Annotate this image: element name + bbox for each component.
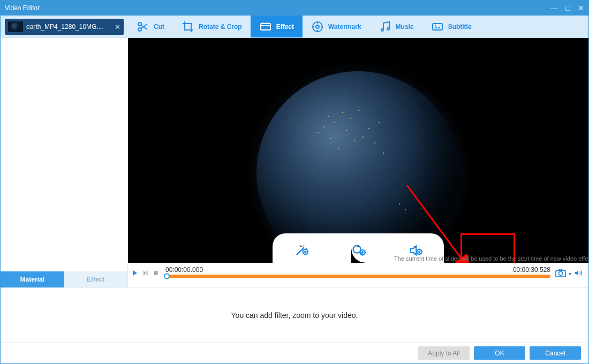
file-name: earth_MP4_1280_10MG....	[26, 23, 111, 31]
volume-toggle-icon[interactable]	[573, 269, 583, 279]
svg-marker-15	[144, 270, 146, 275]
file-close-icon[interactable]: ✕	[115, 23, 120, 31]
svg-point-19	[558, 271, 562, 275]
timecode-total: 00:00:30.528	[513, 266, 550, 274]
file-tab-area: earth_MP4_1280_10MG.... ✕	[1, 16, 128, 38]
tab-watermark[interactable]: Watermark	[303, 16, 370, 37]
footer-buttons: Apply to All OK Cancel	[1, 342, 588, 363]
svg-point-6	[387, 28, 389, 30]
sidebar-tabs: Material Effect	[1, 271, 127, 287]
file-tab[interactable]: earth_MP4_1280_10MG.... ✕	[5, 19, 124, 35]
tab-rotate-crop-label: Rotate & Crop	[199, 23, 242, 31]
timeline[interactable]: 00:00:00.000 00:00:30.528	[165, 266, 550, 281]
chevron-down-icon: ⌄	[356, 242, 360, 249]
sidebar-tab-effect[interactable]: Effect	[64, 271, 128, 287]
sidebar-tab-material[interactable]: Material	[1, 271, 64, 287]
svg-rect-7	[433, 24, 442, 30]
tab-rotate-crop[interactable]: Rotate & Crop	[173, 16, 251, 37]
svg-point-5	[381, 29, 383, 31]
tab-subtitle[interactable]: Subtitle	[422, 16, 480, 37]
tab-watermark-label: Watermark	[328, 23, 361, 31]
svg-marker-14	[133, 270, 137, 276]
tab-music[interactable]: Music	[370, 16, 422, 37]
timeline-row: 00:00:00.000 00:00:30.528 ▾	[128, 263, 588, 282]
add-filter-button[interactable]: ⌄	[285, 243, 317, 260]
top-row: earth_MP4_1280_10MG.... ✕ Cut Rotate & C…	[1, 16, 588, 38]
crop-icon	[182, 20, 194, 33]
video-preview[interactable]: ⌄ ⌄ ⌄ Add Zoom Effect The current time o…	[128, 38, 588, 263]
sidebar-content	[1, 38, 127, 271]
svg-rect-17	[154, 271, 158, 275]
file-thumbnail-icon	[8, 21, 23, 32]
svg-rect-16	[147, 270, 148, 275]
scissors-icon	[137, 20, 149, 33]
window-title: Video Editor	[5, 4, 40, 12]
tab-effect[interactable]: Effect	[251, 16, 303, 37]
subtitle-icon	[431, 20, 444, 33]
stage: ⌄ ⌄ ⌄ Add Zoom Effect The current time o…	[128, 38, 588, 287]
svg-line-9	[407, 185, 469, 263]
main-row: Material Effect	[1, 38, 588, 287]
step-forward-icon[interactable]	[142, 269, 149, 278]
add-zoom-button[interactable]: ⌄	[342, 243, 374, 260]
effect-icon	[259, 20, 272, 33]
music-icon	[379, 20, 391, 33]
close-icon[interactable]: ✕	[578, 4, 584, 12]
playback-controls	[131, 269, 161, 278]
watermark-icon	[311, 20, 324, 33]
bottom-panel: You can add filter, zoom to your video. …	[1, 287, 588, 363]
timecode-current: 00:00:00.000	[165, 266, 203, 274]
snapshot-chevron-icon[interactable]: ▾	[569, 271, 571, 277]
chevron-down-icon: ⌄	[299, 242, 304, 249]
minimize-icon[interactable]: —	[551, 4, 558, 12]
main-toolbar: Cut Rotate & Crop Effect Watermark	[128, 16, 588, 38]
snapshot-icon[interactable]	[555, 268, 567, 279]
titlebar: Video Editor — □ ✕	[1, 1, 588, 16]
bottom-message: You can add filter, zoom to your video.	[1, 288, 588, 342]
svg-point-0	[138, 22, 141, 26]
preview-tools: ▾	[555, 268, 583, 279]
timeline-track[interactable]	[165, 275, 550, 278]
tab-effect-label: Effect	[276, 23, 294, 31]
svg-point-1	[138, 28, 141, 31]
tab-music-label: Music	[396, 23, 414, 31]
action-bar-hint: The current time of slider will be used …	[390, 255, 588, 262]
window-controls: — □ ✕	[551, 4, 584, 12]
play-icon[interactable]	[131, 269, 139, 278]
stop-icon[interactable]	[153, 270, 159, 278]
apply-to-all-button[interactable]: Apply to All	[418, 346, 470, 360]
tab-subtitle-label: Subtitle	[448, 23, 472, 31]
sidebar: Material Effect	[1, 38, 128, 287]
app-window: Video Editor — □ ✕ earth_MP4_1280_10MG..…	[0, 0, 589, 364]
cancel-button[interactable]: Cancel	[530, 346, 581, 360]
timeline-times: 00:00:00.000 00:00:30.528	[165, 266, 550, 274]
tab-cut[interactable]: Cut	[128, 16, 173, 37]
tab-cut-label: Cut	[154, 23, 164, 31]
svg-rect-2	[261, 24, 270, 30]
timeline-knob[interactable]	[164, 274, 170, 279]
ok-button[interactable]: OK	[474, 346, 525, 360]
svg-point-12	[360, 250, 365, 255]
maximize-icon[interactable]: □	[566, 4, 570, 12]
svg-point-4	[316, 25, 319, 28]
